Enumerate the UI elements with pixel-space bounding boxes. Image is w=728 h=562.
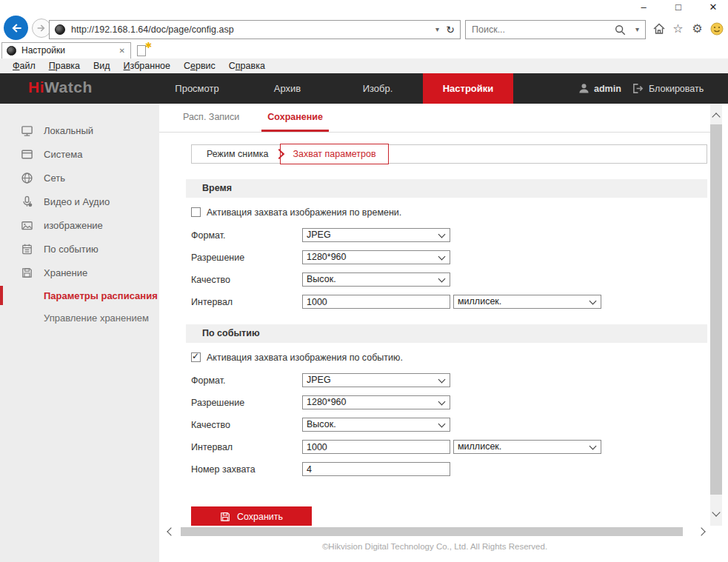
search-dropdown-icon[interactable]: ▾ <box>635 21 639 39</box>
nav-settings[interactable]: Настройки <box>423 73 513 104</box>
settings-content: Расп. Записи Сохранение Режим снимка Зах… <box>159 104 710 526</box>
section-title-event: По событию <box>186 324 707 343</box>
menu-file[interactable]: Файл <box>6 58 42 73</box>
site-nav: Просмотр Архив Изобр. Настройки <box>152 73 513 104</box>
horizontal-scrollbar[interactable] <box>159 526 710 538</box>
sidebar-item-events[interactable]: По событию <box>0 237 159 261</box>
scroll-up-icon[interactable] <box>712 113 720 121</box>
scroll-right-icon[interactable] <box>697 527 705 535</box>
search-input[interactable] <box>466 21 603 39</box>
favorites-star-icon[interactable]: ☆ <box>671 21 685 36</box>
system-window-icon <box>21 148 33 161</box>
chevron-down-icon <box>438 398 446 406</box>
timing-interval-input[interactable] <box>302 295 450 309</box>
new-tab-star-icon: ✱ <box>145 41 152 50</box>
event-resolution-row: Разрешение 1280*960 <box>191 395 710 409</box>
refresh-icon[interactable]: ↻ <box>446 21 455 39</box>
event-interval-row: Интервал миллисек. <box>191 440 710 454</box>
menu-edit[interactable]: Правка <box>42 58 87 73</box>
sidebar-list: Локальный Система Сеть Видео и Аудио <box>0 104 159 329</box>
nav-picture[interactable]: Изобр. <box>333 73 423 104</box>
sidebar-item-image[interactable]: изображение <box>0 213 159 237</box>
event-resolution-select[interactable]: 1280*960 <box>302 395 450 409</box>
sidebar-item-schedule-settings[interactable]: Параметры расписания <box>0 284 159 307</box>
back-button[interactable] <box>4 16 28 40</box>
address-bar[interactable]: http://192.168.1.64/doc/page/config.asp … <box>49 20 461 39</box>
globe-icon <box>21 172 33 184</box>
event-format-select[interactable]: JPEG <box>302 373 450 387</box>
chevron-down-icon <box>590 443 597 450</box>
event-interval-input[interactable] <box>302 440 450 454</box>
image-icon <box>21 219 33 232</box>
tab-record-schedule[interactable]: Расп. Записи <box>181 104 241 132</box>
event-interval-unit-select[interactable]: миллисек. <box>453 440 601 454</box>
sidebar-item-system[interactable]: Система <box>0 142 159 166</box>
timing-enable-checkbox[interactable] <box>191 207 201 217</box>
settings-gear-icon[interactable]: ⚙ <box>690 21 704 36</box>
timing-quality-select[interactable]: Высок. <box>302 272 450 287</box>
timing-interval-unit-select[interactable]: миллисек. <box>453 295 601 309</box>
chevron-down-icon <box>438 275 446 283</box>
event-quality-select[interactable]: Высок. <box>302 418 450 432</box>
timing-resolution-row: Разрешение 1280*960 <box>191 250 710 264</box>
menu-tools[interactable]: Сервис <box>177 58 222 73</box>
browser-menubar: Файл Правка Вид Избранное Сервис Справка <box>0 58 728 73</box>
timing-resolution-select[interactable]: 1280*960 <box>302 250 450 264</box>
nav-playback[interactable]: Архив <box>242 73 333 104</box>
content-tabs: Расп. Записи Сохранение <box>159 104 710 133</box>
new-tab-button[interactable]: ✱ <box>134 44 152 58</box>
event-capture-number-row: Номер захвата <box>191 462 710 476</box>
event-calendar-icon <box>21 243 33 255</box>
close-icon[interactable]: ✕ <box>706 1 721 14</box>
sidebar-item-local[interactable]: Локальный <box>0 118 159 142</box>
site-header: HiWatch Просмотр Архив Изобр. Настройки … <box>0 73 728 104</box>
timing-enable-label: Активация захвата изображения по времени… <box>207 207 401 218</box>
capture-subtabs: Режим снимка Захват параметров <box>191 144 707 164</box>
chevron-down-icon <box>438 421 446 428</box>
hiwatch-logo: HiWatch <box>28 78 93 96</box>
url-dropdown-icon[interactable]: ▾ <box>435 21 439 39</box>
menu-view[interactable]: Вид <box>87 58 117 73</box>
copyright-footer: ©Hikvision Digital Technology Co., Ltd. … <box>159 542 710 551</box>
timing-format-select[interactable]: JPEG <box>302 228 450 242</box>
vertical-scrollbar[interactable] <box>710 104 722 526</box>
menu-help[interactable]: Справка <box>222 58 272 73</box>
minimize-icon[interactable]: – <box>636 1 651 14</box>
home-icon[interactable] <box>652 21 666 36</box>
feedback-smiley-icon[interactable] <box>709 21 724 36</box>
timing-format-row: Формат. JPEG <box>191 228 710 242</box>
section-title-timing: Время <box>186 179 707 198</box>
menu-favorites[interactable]: Избранное <box>117 58 177 73</box>
sidebar-item-storage[interactable]: Хранение <box>0 261 159 284</box>
chevron-down-icon <box>590 298 597 305</box>
url-text[interactable]: http://192.168.1.64/doc/page/config.asp <box>71 21 234 39</box>
nav-live-view[interactable]: Просмотр <box>152 73 242 104</box>
scroll-left-icon[interactable] <box>167 527 175 535</box>
subtab-capture-schedule[interactable]: Режим снимка <box>192 145 283 163</box>
search-box[interactable]: ▾ <box>465 20 646 39</box>
save-button[interactable]: Сохранить <box>191 506 312 526</box>
browser-tab-row: Настройки ✕ ✱ <box>0 42 728 58</box>
tab-title: Настройки <box>21 43 65 58</box>
sidebar-item-video-audio[interactable]: Видео и Аудио <box>0 190 159 213</box>
event-enable-row: Активация захвата изображения по событию… <box>191 352 710 363</box>
tab-close-icon[interactable]: ✕ <box>119 43 125 58</box>
subtab-capture-parameters[interactable]: Захват параметров <box>280 144 388 164</box>
tab-capture[interactable]: Сохранение <box>261 104 329 132</box>
search-icon[interactable] <box>614 24 626 39</box>
settings-sidebar: Локальный Система Сеть Видео и Аудио <box>0 104 159 562</box>
storage-disk-icon <box>21 267 33 279</box>
vertical-scrollbar-thumb[interactable] <box>710 124 722 495</box>
back-arrow-icon <box>9 21 24 36</box>
capture-number-input[interactable] <box>302 462 450 476</box>
event-enable-checkbox[interactable] <box>191 352 201 362</box>
horizontal-scrollbar-thumb[interactable] <box>181 527 683 536</box>
sidebar-item-storage-management[interactable]: Управление хранением <box>0 307 159 329</box>
lock-button[interactable]: Блокировать <box>632 73 704 104</box>
site-favicon <box>55 24 65 35</box>
save-row: Сохранить <box>191 506 710 526</box>
scroll-down-icon[interactable] <box>712 508 720 516</box>
browser-tab-settings[interactable]: Настройки ✕ <box>1 42 131 58</box>
maximize-icon[interactable]: □ <box>671 1 686 14</box>
sidebar-item-network[interactable]: Сеть <box>0 166 159 190</box>
